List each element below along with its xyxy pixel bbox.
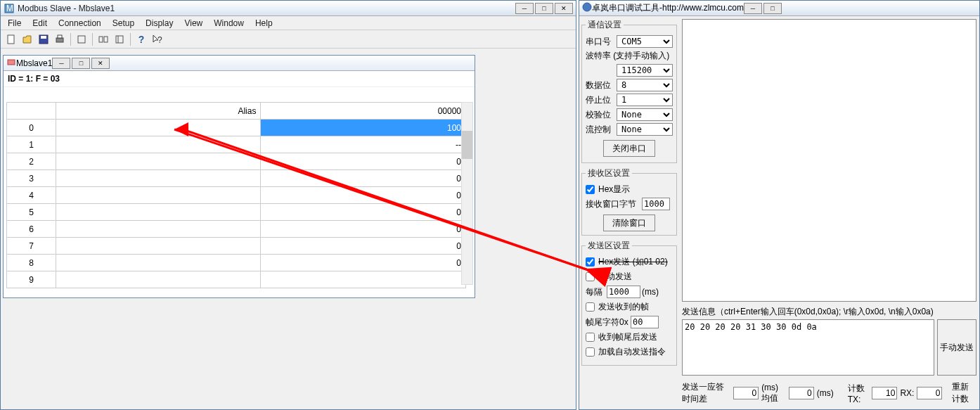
svg-rect-2 [8,35,14,44]
flow-select[interactable]: None [617,123,673,136]
baud-select[interactable]: 115200 [617,64,673,77]
menu-help[interactable]: Help [250,17,278,30]
tool-icon-3[interactable] [112,32,127,47]
table-row[interactable]: 30 [7,170,466,187]
recv-bytes-label: 接收窗口字节 [586,198,640,210]
table-row[interactable]: 70 [7,238,466,255]
table-row[interactable]: 60 [7,221,466,238]
whats-this-icon[interactable]: ? [150,32,165,47]
serial-debug-window: 卓岚串口调试工具-http://www.zlmcu.com ─ □ 通信设置 串… [579,0,980,410]
save-icon[interactable] [36,32,51,47]
table-row[interactable]: 1-- [7,136,466,153]
table-row[interactable]: 9 [7,271,466,288]
table-row[interactable]: 40 [7,187,466,204]
tool-icon-2[interactable] [96,32,111,47]
interval-input[interactable] [607,286,640,298]
hex-display-checkbox[interactable] [586,185,595,194]
manual-send-button[interactable]: 手动发送 [937,319,976,376]
reset-count-label[interactable]: 重新计数 [952,381,976,405]
table-row[interactable]: 80 [7,255,466,271]
load-auto-label: 加载自动发送指令 [598,346,666,358]
svg-rect-10 [116,36,123,43]
baud-label: 波特率 (支持手动输入) [586,50,669,62]
ms-label-1: (ms)均值 [761,383,786,404]
status-row: 发送一应答时间差 (ms)均值 (ms) 计数TX: RX: 重新计数 [682,380,976,406]
app-icon: M [4,3,15,14]
minimize-button[interactable]: ─ [744,3,762,14]
window-title: 卓岚串口调试工具-http://www.zlmcu.com [592,2,744,14]
tool-icon-1[interactable] [74,32,89,47]
send-area: 发送信息（ctrl+Enter输入回车(0x0d,0x0a); \r输入0x0d… [682,306,976,376]
port-select[interactable]: COM5 [617,35,673,48]
tx-value[interactable] [872,387,897,399]
menubar: File Edit Connection Setup Display View … [1,16,576,30]
tail-input[interactable] [631,316,659,328]
databits-select[interactable]: 8 [617,79,673,91]
child-close-button[interactable]: ✕ [91,58,110,69]
open-icon[interactable] [20,32,35,47]
svg-rect-13 [8,60,15,65]
tx-label: 计数TX: [848,383,870,404]
auto-send-checkbox[interactable] [586,272,595,281]
comm-settings-group: 通信设置 串口号 COM5 波特率 (支持手动输入) 115200 数据位 8 … [581,19,677,163]
send-textarea[interactable]: 20 20 20 20 31 30 30 0d 0a [682,319,934,376]
child-maximize-button[interactable]: □ [72,58,90,69]
receive-display[interactable] [682,19,976,302]
menu-edit[interactable]: Edit [27,17,53,30]
tail-label: 帧尾字符0x [586,316,629,328]
titlebar: 卓岚串口调试工具-http://www.zlmcu.com ─ □ [579,1,979,16]
print-icon[interactable] [52,32,67,47]
stopbits-select[interactable]: 1 [617,94,673,106]
svg-rect-4 [41,36,46,39]
databits-label: 数据位 [586,79,615,91]
svg-rect-9 [104,37,108,42]
close-port-button[interactable]: 关闭串口 [603,140,655,157]
recv-settings-group: 接收区设置 Hex显示 接收窗口字节 清除窗口 [581,167,677,236]
clear-window-button[interactable]: 清除窗口 [603,214,655,231]
hex-send-label: Hex发送 (如01 02) [598,256,668,268]
table-row[interactable]: 0 100 [7,120,466,136]
tail-send-label: 收到帧尾后发送 [598,331,657,343]
send-recv-frame-checkbox[interactable] [586,302,595,312]
comm-legend: 通信设置 [586,19,624,31]
port-label: 串口号 [586,36,615,48]
svg-rect-6 [58,35,62,38]
minimize-button[interactable]: ─ [515,3,534,14]
ms-label-2: (ms) [817,388,834,398]
svg-text:?: ? [157,35,162,45]
value-header: 00000 [261,103,466,120]
interval-label: 每隔 [586,286,605,298]
window-title: Modbus Slave - Mbslave1 [18,4,515,13]
rx-value[interactable] [917,387,942,399]
hex-send-checkbox[interactable] [586,257,595,267]
maximize-button[interactable]: □ [535,3,553,14]
load-auto-checkbox[interactable] [586,347,595,357]
child-window-icon [6,57,16,69]
child-minimize-button[interactable]: ─ [52,58,70,69]
menu-file[interactable]: File [2,17,27,30]
tail-send-checkbox[interactable] [586,333,595,342]
menu-connection[interactable]: Connection [53,17,107,30]
send-recv-frame-label: 发送收到的帧 [598,301,649,313]
menu-display[interactable]: Display [140,17,179,30]
new-icon[interactable] [4,32,19,47]
table-row[interactable]: 50 [7,204,466,221]
resp-label: 发送一应答时间差 [682,381,730,405]
send-legend: 发送区设置 [586,240,632,252]
help-icon[interactable]: ? [134,32,149,47]
vertical-scrollbar[interactable] [461,102,473,285]
svg-text:M: M [6,4,13,13]
parity-select[interactable]: None [617,108,673,121]
maximize-button[interactable]: □ [763,3,782,14]
table-row[interactable]: 20 [7,153,466,170]
menu-setup[interactable]: Setup [107,17,140,30]
alias-header: Alias [56,103,261,120]
menu-window[interactable]: Window [208,17,250,30]
child-title: Mbslave1 [16,58,52,68]
menu-view[interactable]: View [179,17,208,30]
avg-value[interactable] [789,387,814,399]
close-button[interactable]: ✕ [555,3,573,14]
stopbits-label: 停止位 [586,94,615,106]
recv-bytes-input[interactable] [642,198,670,210]
resp-value[interactable] [733,387,759,399]
